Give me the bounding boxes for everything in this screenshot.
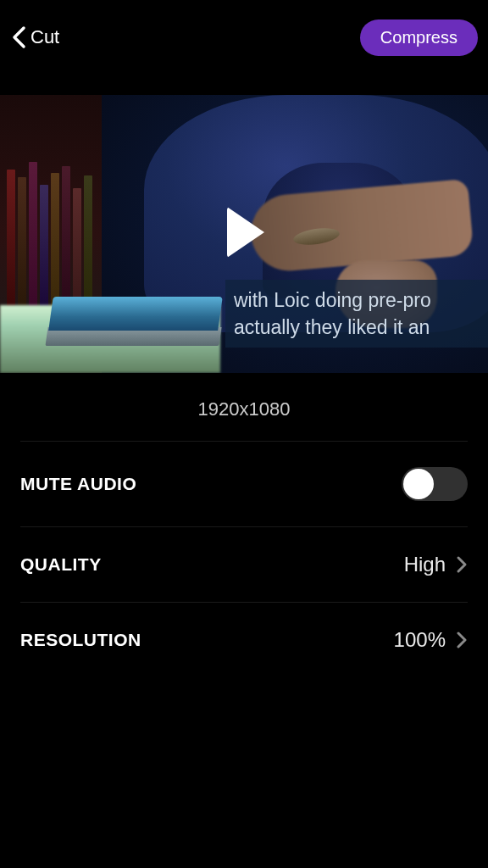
settings-list: MUTE AUDIO QUALITY High RESOLUTION 100% [0,441,488,677]
compress-button-label: Compress [380,28,458,47]
subtitle-overlay: with Loic doing pre-pro actually they li… [225,280,488,348]
subtitle-line-1: with Loic doing pre-pro [234,287,480,314]
mute-audio-row: MUTE AUDIO [20,441,468,526]
compress-button[interactable]: Compress [360,19,478,56]
header: Cut Compress [0,0,488,75]
chevron-right-icon [456,631,468,649]
mute-audio-toggle[interactable] [402,467,468,501]
resolution-row[interactable]: RESOLUTION 100% [20,602,468,677]
toggle-knob [403,469,434,499]
mute-audio-label: MUTE AUDIO [20,474,136,494]
quality-row[interactable]: QUALITY High [20,526,468,602]
subtitle-line-2: actually they liked it an [234,314,480,341]
back-label: Cut [30,26,59,48]
quality-label: QUALITY [20,554,102,575]
resolution-value: 100% [394,628,446,652]
chevron-right-icon [456,555,468,574]
video-preview: with Loic doing pre-pro actually they li… [0,95,488,373]
chevron-left-icon [10,25,27,50]
quality-value: High [404,553,446,576]
video-dimensions: 1920x1080 [0,373,488,441]
back-button[interactable]: Cut [10,25,59,50]
play-icon [217,207,271,258]
resolution-label: RESOLUTION [20,630,141,650]
play-button[interactable] [217,207,271,261]
